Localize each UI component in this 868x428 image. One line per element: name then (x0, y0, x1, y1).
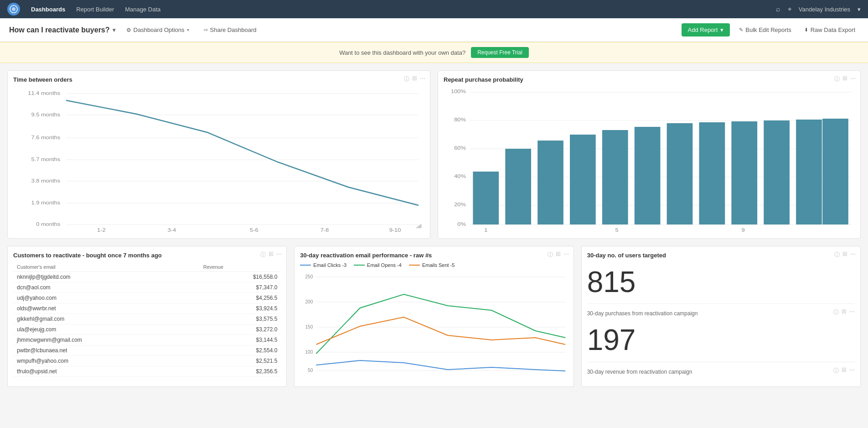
customers-panel-title: Customers to reactivate - bought once 7 … (13, 252, 281, 259)
customer-email-cell: ula@ejeujg.com (13, 324, 200, 335)
customer-revenue-cell: $2,554.0 (200, 345, 281, 356)
share-dashboard-btn[interactable]: ⇨ Share Dashboard (200, 25, 260, 35)
customer-revenue-cell: $4,256.5 (200, 293, 281, 303)
info-icon-cust[interactable]: ⓘ (260, 251, 266, 259)
info-icon-time[interactable]: ⓘ (404, 75, 409, 83)
repeat-purchase-title: Repeat purchase probability (444, 76, 855, 83)
revenue-header: 30-day revenue from reactivation campaig… (587, 367, 855, 375)
customers-table: Customer's email Revenue nknnijlp@tjgdei… (13, 262, 281, 377)
email-col-header[interactable]: Customer's email (13, 262, 200, 272)
legend-sent-label: Emails Sent -5 (422, 262, 455, 268)
svg-rect-39 (635, 127, 661, 224)
svg-rect-34 (473, 172, 499, 224)
svg-rect-40 (667, 123, 693, 224)
info-icon-purchases[interactable]: ⓘ (833, 308, 839, 316)
customers-panel: Customers to reactivate - bought once 7 … (7, 246, 287, 387)
purchases-label: 30-day purchases from reactivation campa… (587, 310, 698, 317)
legend-clicks: Email Clicks -3 (300, 262, 346, 268)
svg-text:50: 50 (308, 368, 313, 373)
svg-text:40%: 40% (454, 174, 466, 178)
nav-report-builder[interactable]: Report Builder (76, 6, 114, 13)
more-icon-repeat[interactable]: ⋯ (850, 75, 856, 83)
info-icon-repeat[interactable]: ⓘ (834, 75, 840, 83)
info-icon-revenue[interactable]: ⓘ (833, 367, 839, 375)
more-icon-time[interactable]: ⋯ (420, 75, 425, 83)
card-icons-time: ⓘ ☒ ⋯ (404, 75, 425, 83)
nav-right: ⌕ ⌖ Vandelay Industries ▾ (776, 5, 861, 13)
subheader-left: How can I reactivate buyers? ▾ ⚙ Dashboa… (9, 25, 260, 35)
sent-line-indicator (409, 265, 420, 266)
settings-icon-purchases[interactable]: ☒ (842, 308, 847, 316)
svg-text:60%: 60% (454, 146, 466, 150)
settings-icon-time[interactable]: ☒ (412, 75, 417, 83)
revenue-col-header[interactable]: Revenue (200, 262, 281, 272)
request-trial-button[interactable]: Request Free Trial (471, 47, 529, 58)
svg-text:1-2: 1-2 (97, 228, 106, 232)
customer-revenue-cell: $3,272.0 (200, 324, 281, 335)
table-row: ula@ejeujg.com$3,272.0 (13, 324, 281, 335)
settings-icon-users[interactable]: ☒ (842, 251, 847, 259)
customer-email-cell: wmpufh@yahoo.com (13, 356, 200, 366)
subheader-right: Add Report ▾ ✎ Bulk Edit Reports ⬇ Raw D… (682, 23, 859, 37)
settings-icon-email[interactable]: ☒ (556, 251, 561, 259)
card-icons-users: ⓘ ☒ ⋯ (834, 251, 856, 259)
svg-text:80%: 80% (454, 117, 466, 122)
customer-revenue-cell: $2,356.5 (200, 366, 281, 377)
settings-icon-repeat[interactable]: ☒ (842, 75, 847, 83)
more-icon-email[interactable]: ⋯ (563, 251, 569, 259)
top-navigation: Dashboards Report Builder Manage Data ⌕ … (0, 0, 868, 18)
email-perf-panel: 30-day reactivation email performance - … (294, 246, 574, 387)
svg-text:7-8: 7-8 (320, 228, 329, 232)
table-row: tfrulo@upsid.net$2,356.5 (13, 366, 281, 377)
more-icon-users[interactable]: ⋯ (850, 251, 856, 259)
users-targeted-title: 30-day no. of users targeted (587, 252, 855, 259)
svg-text:3-4: 3-4 (168, 228, 176, 232)
svg-rect-38 (602, 130, 628, 224)
email-perf-chart-area: 250 200 150 100 50 (300, 271, 568, 381)
svg-text:0 months: 0 months (36, 222, 60, 226)
add-report-button[interactable]: Add Report ▾ (682, 23, 730, 37)
search-icon[interactable]: ⌕ (776, 5, 780, 13)
customer-email-cell: olds@wwrbr.net (13, 303, 200, 314)
time-between-chart: 11.4 months 9.5 months 7.6 months 5.7 mo… (13, 87, 424, 233)
svg-point-1 (12, 7, 16, 11)
more-icon-revenue[interactable]: ⋯ (849, 367, 855, 375)
gear-icon: ⚙ (126, 27, 131, 33)
repeat-purchase-chart: 100% 80% 60% 40% 20% 0% (444, 87, 855, 233)
svg-rect-41 (699, 122, 725, 224)
settings-icon-cust[interactable]: ☒ (269, 251, 274, 259)
svg-text:1: 1 (484, 228, 487, 232)
time-between-orders-card: Time between orders ⓘ ☒ ⋯ 11.4 months 9.… (7, 70, 430, 239)
legend-clicks-label: Email Clicks -3 (313, 262, 346, 268)
dashboard-content: Time between orders ⓘ ☒ ⋯ 11.4 months 9.… (0, 63, 868, 394)
customer-email-cell: tfrulo@upsid.net (13, 366, 200, 377)
globe-icon[interactable]: ⌖ (788, 5, 791, 13)
svg-rect-35 (505, 149, 531, 224)
bulk-edit-button[interactable]: ✎ Bulk Edit Reports (735, 25, 795, 35)
org-chevron[interactable]: ▾ (858, 6, 861, 13)
settings-icon-revenue[interactable]: ☒ (842, 367, 847, 375)
dashboard-options-btn[interactable]: ⚙ Dashboard Options ▾ (123, 25, 193, 35)
nav-dashboards[interactable]: Dashboards (31, 6, 65, 13)
info-icon-email[interactable]: ⓘ (548, 251, 553, 259)
add-report-label: Add Report (688, 26, 718, 33)
table-row: gikkehl@gmail.com$3,575.5 (13, 314, 281, 324)
table-row: pwtbr@lcbunaea.net$2,554.0 (13, 345, 281, 356)
more-icon-purchases[interactable]: ⋯ (849, 308, 855, 316)
nav-manage-data[interactable]: Manage Data (125, 6, 160, 13)
raw-data-button[interactable]: ⬇ Raw Data Export (801, 25, 859, 35)
dashboard-title[interactable]: How can I reactivate buyers? ▾ (9, 26, 115, 34)
svg-text:250: 250 (305, 274, 313, 279)
table-row: jhmmcwgwnm@gmail.com$3,144.5 (13, 335, 281, 345)
svg-text:200: 200 (305, 299, 313, 304)
more-icon-cust[interactable]: ⋯ (276, 251, 282, 259)
svg-rect-44 (796, 120, 822, 224)
repeat-purchase-card: Repeat purchase probability ⓘ ☒ ⋯ 100% 8… (438, 70, 861, 239)
bulk-edit-label: Bulk Edit Reports (745, 26, 791, 33)
table-row: dcn@aol.com$7,347.0 (13, 282, 281, 293)
revenue-label: 30-day revenue from reactivation campaig… (587, 369, 692, 375)
svg-text:5: 5 (615, 228, 619, 232)
org-name[interactable]: Vandelay Industries (799, 6, 850, 13)
info-icon-users[interactable]: ⓘ (834, 251, 840, 259)
nav-left: Dashboards Report Builder Manage Data (7, 3, 160, 16)
